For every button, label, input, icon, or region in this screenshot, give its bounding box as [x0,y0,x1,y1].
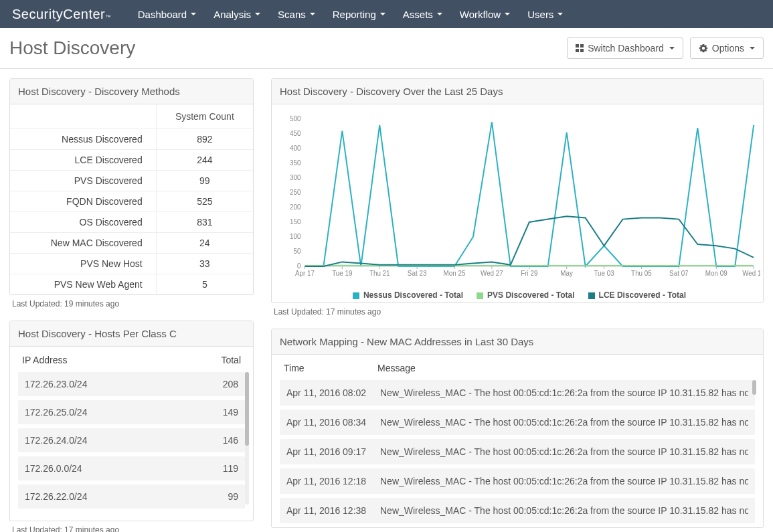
table-row[interactable]: LCE Discovered244 [10,150,253,171]
nav-item-dashboard[interactable]: Dashboard [138,9,196,20]
brand-tm: ™ [105,14,111,20]
table-row[interactable]: Nessus Discovered892 [10,129,253,150]
gear-icon [699,43,708,53]
panel-footer: Last Updated: 48 minutes ago [271,528,764,532]
svg-text:Tue 03: Tue 03 [594,270,614,277]
caret-down-icon [437,13,442,15]
column-header: IP Address [22,355,67,365]
table-row[interactable]: PVS Discovered99 [10,171,253,191]
nav-item-analysis[interactable]: Analysis [213,9,260,20]
method-count: 244 [156,150,253,171]
table-row[interactable]: OS Discovered831 [10,212,253,233]
caret-down-icon [557,13,563,15]
svg-text:May: May [560,270,573,277]
ip-address: 172.26.0.0/24 [25,463,82,474]
caret-down-icon [750,47,755,50]
table-row[interactable]: PVS New Web Agent5 [10,274,253,295]
list-item[interactable]: Apr 11, 2016 08:02New_Wireless_MAC - The… [280,380,755,406]
chart-legend: Nessus Discovered - TotalPVS Discovered … [278,288,760,300]
nav-item-workflow[interactable]: Workflow [460,9,510,20]
svg-text:Wed 27: Wed 27 [481,270,503,277]
svg-text:Apr 17: Apr 17 [295,270,315,277]
panel-new-mac: Network Mapping - New MAC Addresses in L… [271,329,764,532]
table-row[interactable]: New MAC Discovered24 [10,233,253,254]
method-label: Nessus Discovered [10,129,156,150]
legend-item[interactable]: Nessus Discovered - Total [353,290,463,300]
method-label: LCE Discovered [10,150,156,171]
list-item[interactable]: 172.26.24.0/24146 [18,428,245,452]
nav-item-reporting[interactable]: Reporting [333,9,385,20]
total: 119 [223,463,238,474]
ip-address: 172.26.24.0/24 [25,435,87,446]
total: 208 [223,379,238,389]
time: Apr 11, 2016 09:17 [286,446,380,457]
method-count: 99 [156,171,253,191]
svg-text:100: 100 [290,233,301,240]
nav-item-users[interactable]: Users [527,9,563,20]
method-label: FQDN Discovered [10,191,156,212]
list-item[interactable]: Apr 11, 2016 12:18New_Wireless_MAC - The… [280,468,755,494]
message: New_Wireless_MAC - The host 00:05:cd:1c:… [380,476,748,486]
svg-text:0: 0 [297,262,301,270]
svg-text:Mon 09: Mon 09 [705,270,727,277]
list-item[interactable]: Apr 11, 2016 12:38New_Wireless_MAC - The… [280,498,755,523]
switch-dashboard-label: Switch Dashboard [588,43,664,54]
list-item[interactable]: Apr 11, 2016 08:34New_Wireless_MAC - The… [280,410,755,435]
svg-text:500: 500 [290,115,301,122]
column-header: Time [284,363,377,373]
method-count: 892 [156,129,253,150]
scrollbar[interactable] [245,372,249,505]
caret-down-icon [505,13,510,15]
svg-text:450: 450 [290,130,301,137]
message: New_Wireless_MAC - The host 00:05:cd:1c:… [380,446,748,457]
method-count: 831 [156,212,253,233]
panel-footer: Last Updated: 19 minutes ago [9,295,254,308]
nav-item-assets[interactable]: Assets [403,9,442,20]
panel-footer: Last Updated: 17 minutes ago [271,303,764,317]
ip-address: 172.26.25.0/24 [25,407,87,418]
legend-item[interactable]: LCE Discovered - Total [588,290,686,300]
method-count: 24 [156,233,253,254]
svg-text:400: 400 [290,145,301,152]
total: 146 [223,435,238,446]
caret-down-icon [255,13,260,15]
options-button[interactable]: Options [690,37,764,59]
caret-down-icon [310,13,315,15]
time: Apr 11, 2016 12:38 [286,505,380,516]
list-item[interactable]: 172.26.0.0/24119 [18,456,245,480]
panel-hosts-per-class-c: Host Discovery - Hosts Per Class C IP Ad… [9,321,254,532]
ip-address: 172.26.22.0/24 [25,491,87,502]
svg-text:Fri 29: Fri 29 [521,270,538,277]
list-item[interactable]: Apr 11, 2016 09:17New_Wireless_MAC - The… [280,439,755,464]
scrollbar[interactable] [752,380,756,395]
caret-down-icon [191,13,196,15]
list-item[interactable]: 172.26.22.0/2499 [18,484,245,509]
message: New_Wireless_MAC - The host 00:05:cd:1c:… [380,417,748,428]
panel-discovery-chart: Host Discovery - Discovery Over the Last… [271,78,764,317]
table-row[interactable]: FQDN Discovered525 [10,191,253,212]
time: Apr 11, 2016 08:34 [286,417,380,428]
svg-text:Sat 23: Sat 23 [408,270,427,277]
legend-item[interactable]: PVS Discovered - Total [477,290,574,300]
method-label: PVS New Web Agent [10,274,156,295]
total: 149 [223,407,238,418]
panel-title: Host Discovery - Discovery Over the Last… [272,79,763,104]
switch-dashboard-button[interactable]: Switch Dashboard [567,37,683,59]
svg-text:Mon 25: Mon 25 [444,270,466,277]
brand: SecurityCenter™ [12,7,111,22]
grid-icon [576,44,584,52]
list-item[interactable]: 172.26.23.0/24208 [18,372,245,396]
method-count: 525 [156,191,253,212]
column-header: System Count [156,104,253,129]
time: Apr 11, 2016 08:02 [286,387,380,398]
table-row[interactable]: PVS New Host33 [10,254,253,274]
method-count: 33 [156,254,253,274]
list-item[interactable]: 172.26.25.0/24149 [18,400,245,424]
method-label: OS Discovered [10,212,156,233]
nav-item-scans[interactable]: Scans [278,9,315,20]
method-count: 5 [156,274,253,295]
panel-title: Host Discovery - Hosts Per Class C [10,321,253,347]
top-nav: SecurityCenter™ DashboardAnalysisScansRe… [0,0,773,28]
method-label: PVS New Host [10,254,156,274]
svg-text:300: 300 [290,174,301,181]
